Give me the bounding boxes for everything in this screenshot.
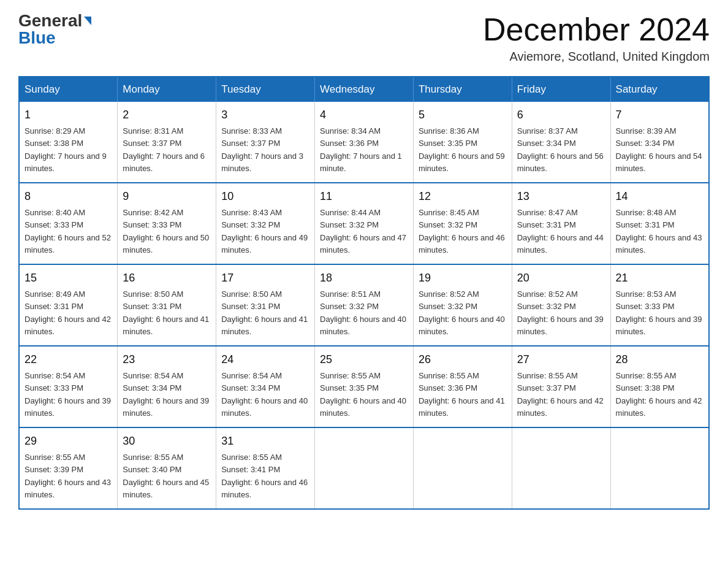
day-info: Sunrise: 8:36 AMSunset: 3:35 PMDaylight:… bbox=[419, 126, 505, 173]
day-info: Sunrise: 8:50 AMSunset: 3:31 PMDaylight:… bbox=[221, 289, 308, 336]
day-number: 25 bbox=[320, 351, 408, 368]
calendar-week-row: 15 Sunrise: 8:49 AMSunset: 3:31 PMDaylig… bbox=[19, 264, 709, 346]
logo-blue-text: Blue bbox=[18, 29, 56, 47]
day-info: Sunrise: 8:39 AMSunset: 3:34 PMDaylight:… bbox=[616, 126, 702, 173]
calendar-cell: 9 Sunrise: 8:42 AMSunset: 3:33 PMDayligh… bbox=[118, 183, 216, 264]
day-info: Sunrise: 8:51 AMSunset: 3:32 PMDaylight:… bbox=[320, 289, 406, 336]
day-info: Sunrise: 8:45 AMSunset: 3:32 PMDaylight:… bbox=[419, 208, 505, 255]
day-info: Sunrise: 8:44 AMSunset: 3:32 PMDaylight:… bbox=[320, 208, 406, 255]
calendar-cell bbox=[413, 427, 512, 509]
weekday-header-sunday: Sunday bbox=[19, 77, 118, 102]
calendar-cell bbox=[315, 427, 414, 509]
day-info: Sunrise: 8:55 AMSunset: 3:38 PMDaylight:… bbox=[616, 371, 702, 418]
calendar-cell: 18 Sunrise: 8:51 AMSunset: 3:32 PMDaylig… bbox=[315, 264, 414, 346]
day-info: Sunrise: 8:37 AMSunset: 3:34 PMDaylight:… bbox=[517, 126, 604, 173]
day-number: 30 bbox=[123, 433, 211, 450]
weekday-header-thursday: Thursday bbox=[413, 77, 512, 102]
day-info: Sunrise: 8:47 AMSunset: 3:31 PMDaylight:… bbox=[517, 208, 604, 255]
day-number: 14 bbox=[616, 188, 703, 205]
calendar-cell: 8 Sunrise: 8:40 AMSunset: 3:33 PMDayligh… bbox=[19, 183, 118, 264]
calendar-cell: 28 Sunrise: 8:55 AMSunset: 3:38 PMDaylig… bbox=[610, 346, 709, 427]
weekday-header-tuesday: Tuesday bbox=[216, 77, 315, 102]
day-number: 22 bbox=[25, 351, 112, 368]
calendar-cell: 24 Sunrise: 8:54 AMSunset: 3:34 PMDaylig… bbox=[216, 346, 315, 427]
day-info: Sunrise: 8:40 AMSunset: 3:33 PMDaylight:… bbox=[25, 208, 111, 255]
calendar-week-row: 1 Sunrise: 8:29 AMSunset: 3:38 PMDayligh… bbox=[19, 102, 709, 183]
day-info: Sunrise: 8:54 AMSunset: 3:33 PMDaylight:… bbox=[25, 371, 111, 418]
day-info: Sunrise: 8:33 AMSunset: 3:37 PMDaylight:… bbox=[221, 126, 303, 173]
calendar-cell: 1 Sunrise: 8:29 AMSunset: 3:38 PMDayligh… bbox=[19, 102, 118, 183]
day-info: Sunrise: 8:52 AMSunset: 3:32 PMDaylight:… bbox=[419, 289, 505, 336]
calendar-week-row: 22 Sunrise: 8:54 AMSunset: 3:33 PMDaylig… bbox=[19, 346, 709, 427]
logo-general-text: General bbox=[18, 12, 82, 29]
day-number: 20 bbox=[517, 270, 605, 286]
day-number: 24 bbox=[221, 351, 309, 368]
day-info: Sunrise: 8:31 AMSunset: 3:37 PMDaylight:… bbox=[123, 126, 205, 173]
day-info: Sunrise: 8:42 AMSunset: 3:33 PMDaylight:… bbox=[123, 208, 209, 255]
calendar-cell: 29 Sunrise: 8:55 AMSunset: 3:39 PMDaylig… bbox=[19, 427, 118, 509]
day-number: 29 bbox=[25, 433, 112, 450]
calendar-cell: 13 Sunrise: 8:47 AMSunset: 3:31 PMDaylig… bbox=[512, 183, 610, 264]
logo: General Blue bbox=[18, 12, 91, 47]
calendar-cell: 20 Sunrise: 8:52 AMSunset: 3:32 PMDaylig… bbox=[512, 264, 610, 346]
day-number: 15 bbox=[25, 270, 112, 286]
day-number: 21 bbox=[616, 270, 703, 286]
day-number: 19 bbox=[419, 270, 507, 286]
calendar-week-row: 8 Sunrise: 8:40 AMSunset: 3:33 PMDayligh… bbox=[19, 183, 709, 264]
calendar-cell: 27 Sunrise: 8:55 AMSunset: 3:37 PMDaylig… bbox=[512, 346, 610, 427]
day-number: 18 bbox=[320, 270, 408, 286]
calendar-cell: 3 Sunrise: 8:33 AMSunset: 3:37 PMDayligh… bbox=[216, 102, 315, 183]
day-number: 12 bbox=[419, 188, 507, 205]
day-info: Sunrise: 8:43 AMSunset: 3:32 PMDaylight:… bbox=[221, 208, 308, 255]
day-number: 1 bbox=[25, 107, 112, 123]
calendar-week-row: 29 Sunrise: 8:55 AMSunset: 3:39 PMDaylig… bbox=[19, 427, 709, 509]
day-number: 11 bbox=[320, 188, 408, 205]
day-info: Sunrise: 8:29 AMSunset: 3:38 PMDaylight:… bbox=[25, 126, 107, 173]
day-info: Sunrise: 8:54 AMSunset: 3:34 PMDaylight:… bbox=[123, 371, 209, 418]
calendar-cell: 31 Sunrise: 8:55 AMSunset: 3:41 PMDaylig… bbox=[216, 427, 315, 509]
day-number: 23 bbox=[123, 351, 211, 368]
day-info: Sunrise: 8:55 AMSunset: 3:35 PMDaylight:… bbox=[320, 371, 406, 418]
calendar-cell: 25 Sunrise: 8:55 AMSunset: 3:35 PMDaylig… bbox=[315, 346, 414, 427]
day-number: 8 bbox=[25, 188, 112, 205]
weekday-header-monday: Monday bbox=[118, 77, 216, 102]
day-number: 2 bbox=[123, 107, 211, 123]
calendar-cell bbox=[610, 427, 709, 509]
calendar-cell: 11 Sunrise: 8:44 AMSunset: 3:32 PMDaylig… bbox=[315, 183, 414, 264]
calendar-cell: 14 Sunrise: 8:48 AMSunset: 3:31 PMDaylig… bbox=[610, 183, 709, 264]
day-number: 9 bbox=[123, 188, 211, 205]
day-number: 7 bbox=[616, 107, 703, 123]
calendar-table: SundayMondayTuesdayWednesdayThursdayFrid… bbox=[18, 76, 710, 510]
calendar-cell: 30 Sunrise: 8:55 AMSunset: 3:40 PMDaylig… bbox=[118, 427, 216, 509]
day-number: 31 bbox=[221, 433, 309, 450]
calendar-cell: 15 Sunrise: 8:49 AMSunset: 3:31 PMDaylig… bbox=[19, 264, 118, 346]
calendar-cell: 19 Sunrise: 8:52 AMSunset: 3:32 PMDaylig… bbox=[413, 264, 512, 346]
calendar-cell: 7 Sunrise: 8:39 AMSunset: 3:34 PMDayligh… bbox=[610, 102, 709, 183]
weekday-header-wednesday: Wednesday bbox=[315, 77, 414, 102]
day-info: Sunrise: 8:53 AMSunset: 3:33 PMDaylight:… bbox=[616, 289, 702, 336]
calendar-cell: 6 Sunrise: 8:37 AMSunset: 3:34 PMDayligh… bbox=[512, 102, 610, 183]
calendar-cell: 16 Sunrise: 8:50 AMSunset: 3:31 PMDaylig… bbox=[118, 264, 216, 346]
page-header: General Blue December 2024 Aviemore, Sco… bbox=[18, 12, 710, 64]
weekday-header-friday: Friday bbox=[512, 77, 610, 102]
day-info: Sunrise: 8:52 AMSunset: 3:32 PMDaylight:… bbox=[517, 289, 604, 336]
calendar-cell: 2 Sunrise: 8:31 AMSunset: 3:37 PMDayligh… bbox=[118, 102, 216, 183]
calendar-cell: 22 Sunrise: 8:54 AMSunset: 3:33 PMDaylig… bbox=[19, 346, 118, 427]
weekday-header-row: SundayMondayTuesdayWednesdayThursdayFrid… bbox=[19, 77, 709, 102]
day-number: 28 bbox=[616, 351, 703, 368]
day-info: Sunrise: 8:55 AMSunset: 3:41 PMDaylight:… bbox=[221, 453, 308, 499]
day-info: Sunrise: 8:55 AMSunset: 3:36 PMDaylight:… bbox=[419, 371, 505, 418]
day-number: 13 bbox=[517, 188, 605, 205]
day-info: Sunrise: 8:54 AMSunset: 3:34 PMDaylight:… bbox=[221, 371, 308, 418]
calendar-cell: 4 Sunrise: 8:34 AMSunset: 3:36 PMDayligh… bbox=[315, 102, 414, 183]
calendar-cell: 5 Sunrise: 8:36 AMSunset: 3:35 PMDayligh… bbox=[413, 102, 512, 183]
day-number: 3 bbox=[221, 107, 309, 123]
day-number: 5 bbox=[419, 107, 507, 123]
calendar-cell: 17 Sunrise: 8:50 AMSunset: 3:31 PMDaylig… bbox=[216, 264, 315, 346]
day-number: 4 bbox=[320, 107, 408, 123]
day-number: 27 bbox=[517, 351, 605, 368]
month-title: December 2024 bbox=[483, 12, 710, 47]
calendar-cell: 21 Sunrise: 8:53 AMSunset: 3:33 PMDaylig… bbox=[610, 264, 709, 346]
location-text: Aviemore, Scotland, United Kingdom bbox=[483, 50, 710, 64]
title-area: December 2024 Aviemore, Scotland, United… bbox=[483, 12, 710, 64]
